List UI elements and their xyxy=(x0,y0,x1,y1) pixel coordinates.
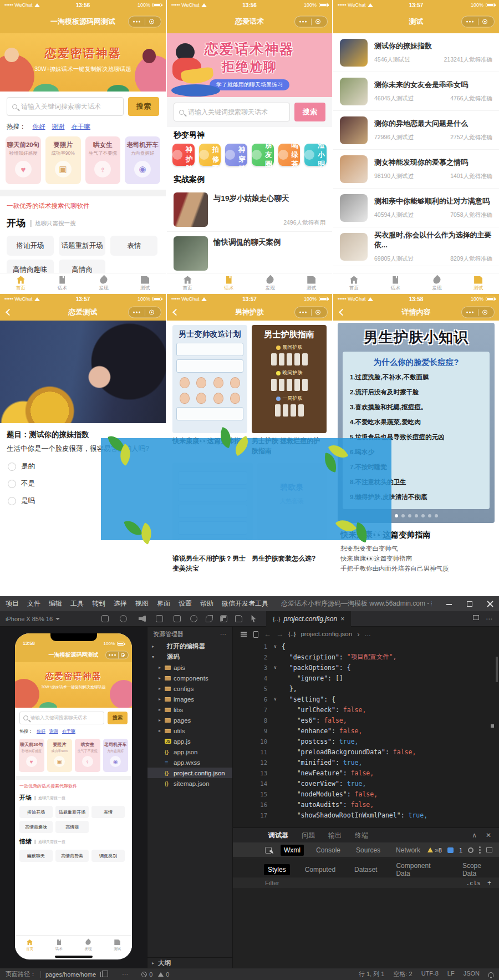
category-card[interactable]: 哄女生 生气了不要慌 ♀ xyxy=(75,739,100,772)
exit-icon[interactable] xyxy=(315,19,320,24)
breadcrumb-more[interactable]: … xyxy=(365,631,371,637)
hot-search-link[interactable]: 在干嘛 xyxy=(62,728,75,734)
menu-item[interactable]: 选择 xyxy=(114,599,127,608)
tree-item[interactable]: app.json xyxy=(147,747,232,757)
topic-button[interactable]: 话题重新开场 xyxy=(55,806,89,818)
panel-tab[interactable]: 问题 xyxy=(302,831,315,840)
code-line[interactable]: 7 "urlCheck": false, xyxy=(233,704,499,715)
bookmark-icon[interactable] xyxy=(252,631,259,637)
phone-icon[interactable] xyxy=(101,615,109,622)
topic-button[interactable]: 话题重新开场 xyxy=(59,236,106,256)
code-line[interactable]: 14 "coverView": true, xyxy=(233,778,499,789)
code-line[interactable]: 16 "autoAudits": false, xyxy=(233,799,499,810)
topic-button[interactable]: 幽默聊天 xyxy=(19,850,53,862)
save-icon[interactable] xyxy=(235,615,242,622)
fold-icon[interactable]: ∨ xyxy=(274,665,282,670)
exit-icon[interactable] xyxy=(149,310,154,315)
wechat-capsule[interactable] xyxy=(128,307,161,318)
pagination-dot[interactable] xyxy=(421,514,425,517)
more-icon[interactable] xyxy=(133,312,141,313)
tree-item[interactable]: ▸ 打开的编辑器 xyxy=(147,641,232,652)
tree-item[interactable]: ▸ images xyxy=(147,694,232,704)
radio-icon[interactable] xyxy=(8,480,16,488)
panel-close-icon[interactable]: ✕ xyxy=(486,831,491,839)
exit-icon[interactable] xyxy=(482,310,487,315)
warning-icon[interactable] xyxy=(427,847,433,852)
code-line[interactable]: 11 "preloadBackgroundData": false, xyxy=(233,747,499,757)
dock-icon[interactable] xyxy=(486,847,492,852)
tabbar-item[interactable]: 话术 xyxy=(44,936,74,954)
minimize-button[interactable] xyxy=(446,601,452,607)
hero-banner[interactable]: 恋爱密语神器 30W+撩妹话术一键复制解决尬聊话题 xyxy=(0,33,166,92)
back-icon[interactable] xyxy=(339,309,346,316)
test-list-item[interactable]: 测你未来的女友会是乖乖女吗 46045人测试过 4766人觉得准确 xyxy=(333,72,499,111)
hot-search-link[interactable]: 你好 xyxy=(33,123,45,131)
test-list-item[interactable]: 测试你的撩妹指数 4546人测试过 213241人觉得准确 xyxy=(333,33,499,72)
topic-button[interactable]: 调侃类别 xyxy=(91,850,125,862)
kebab-menu-icon[interactable] xyxy=(479,849,481,851)
code-line[interactable]: 15 "nodeModules": false, xyxy=(233,789,499,799)
git-branch-icon[interactable] xyxy=(206,615,213,622)
search-icon[interactable] xyxy=(190,615,197,622)
code-line[interactable]: 9 "enhance": false, xyxy=(233,725,499,736)
collapse-icon[interactable]: ∧ xyxy=(472,831,477,839)
tabbar-item[interactable]: 测试 xyxy=(124,273,166,294)
tabbar-item[interactable]: 首页 xyxy=(15,936,44,954)
tree-item[interactable]: ▸ components xyxy=(147,673,232,683)
back-icon[interactable] xyxy=(172,309,180,316)
search-button[interactable]: 搜索 xyxy=(108,712,128,724)
radio-icon[interactable] xyxy=(8,497,16,505)
tree-item[interactable]: ▸ apis xyxy=(147,662,232,673)
code-line[interactable]: 8 "es6": false, xyxy=(233,715,499,725)
feature-card[interactable]: 自拍修图 xyxy=(199,144,221,166)
topic-button[interactable]: 表情 xyxy=(91,806,125,818)
pagination-dot[interactable] xyxy=(415,514,418,517)
devtools-tab[interactable]: Network xyxy=(393,845,424,856)
pagination-dot[interactable] xyxy=(401,514,405,517)
wechat-capsule[interactable] xyxy=(294,307,328,318)
exit-icon[interactable] xyxy=(315,310,320,315)
tabbar-item[interactable]: 测试 xyxy=(103,936,132,954)
path-more-icon[interactable]: ⋯ xyxy=(122,971,128,978)
code-line[interactable]: 13 "newFeature": false, xyxy=(233,768,499,778)
filter-input[interactable]: Filter xyxy=(265,880,466,886)
maximize-button[interactable] xyxy=(466,601,473,607)
pagination-dot[interactable] xyxy=(395,514,398,517)
nav-back-icon[interactable]: ← xyxy=(264,630,271,638)
wechat-capsule[interactable] xyxy=(461,16,495,28)
devtools-tab[interactable]: Sources xyxy=(353,845,384,856)
category-card[interactable]: 要照片 成功率90% ▣ xyxy=(45,136,81,184)
back-icon[interactable] xyxy=(6,309,13,316)
explorer-more-icon[interactable]: ⋯ xyxy=(220,631,227,638)
topic-button[interactable]: 高情商 xyxy=(55,821,89,833)
pointer-icon[interactable] xyxy=(250,615,257,622)
device-selector[interactable]: iPhone X 85% 16 xyxy=(6,616,60,622)
fold-icon[interactable]: ∨ xyxy=(274,697,282,702)
hot-search-link[interactable]: 谢谢 xyxy=(52,123,65,131)
record-icon[interactable] xyxy=(120,615,127,622)
tree-item[interactable]: ▸ pages xyxy=(147,715,232,725)
tabbar-item[interactable]: 首页 xyxy=(333,273,375,294)
tab-close-icon[interactable]: × xyxy=(340,615,344,623)
feature-card[interactable]: 渣小明 xyxy=(304,144,327,166)
wechat-capsule[interactable] xyxy=(105,651,129,659)
test-list-item[interactable]: 测相亲中你能够顺利的让对方满意吗 40594人测试过 7058人觉得准确 xyxy=(333,189,499,227)
topic-button[interactable]: 高情商赞美 xyxy=(55,850,89,862)
code-line[interactable]: 10 "postcss": true, xyxy=(233,736,499,747)
tree-item[interactable]: ▸ libs xyxy=(147,704,232,715)
fold-icon[interactable]: ∨ xyxy=(274,644,282,649)
tabbar-item[interactable]: 发现 xyxy=(83,273,125,294)
tree-item[interactable]: sitemap.json xyxy=(147,778,232,789)
search-button[interactable]: 搜索 xyxy=(294,103,325,121)
more-icon[interactable] xyxy=(299,312,307,313)
search-button[interactable]: 搜索 xyxy=(128,97,159,116)
search-input[interactable]: 请输入关键词搜索聊天话术 xyxy=(19,712,104,724)
topic-button[interactable]: 搭讪开场 xyxy=(19,806,53,818)
add-style-icon[interactable]: + xyxy=(487,879,491,887)
errors-icon[interactable] xyxy=(141,972,147,977)
code-line[interactable]: 6 ∨ "setting": { xyxy=(233,694,499,704)
wechat-capsule[interactable] xyxy=(128,16,161,28)
mute-icon[interactable] xyxy=(139,615,146,622)
menu-item[interactable]: 帮助 xyxy=(200,599,213,608)
infographic-card-guide[interactable]: 男士护肤指南 晨间护肤 晚间护肤 一周护肤 xyxy=(252,325,327,433)
